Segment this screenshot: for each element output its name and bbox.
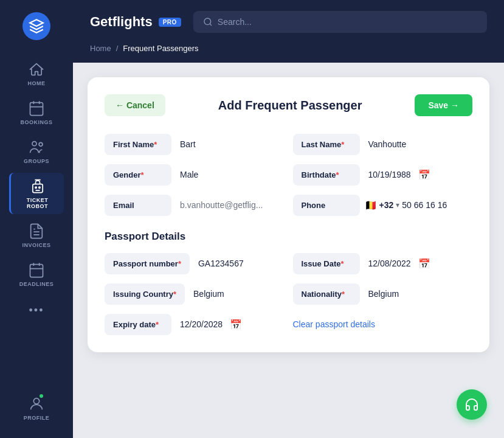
sidebar-item-ticket-robot[interactable]: TICKET ROBOT [9,173,64,214]
issue-date-field: Issue Date* 12/08/2022 📅 [293,252,473,274]
search-input[interactable] [218,17,477,27]
sidebar-label-deadlines: DEADLINES [19,281,54,287]
last-name-label: Last Name* [293,134,360,155]
expiry-date-label: Expiry date* [105,314,171,335]
card-header: ← Cancel Add Frequent Passenger Save → [105,94,472,116]
issuing-country-field: Issuing Country* Belgium [105,283,285,305]
svg-rect-3 [32,184,42,193]
sidebar-label-ticket-robot: TICKET ROBOT [17,197,58,209]
phone-field: Phone 🇧🇪 +32 ▾ 50 66 16 16 [293,194,473,216]
breadcrumb-current: Frequent Passengers [123,44,198,53]
breadcrumb-separator: / [116,44,119,53]
svg-rect-6 [30,265,43,277]
gender-field: Gender* Male [105,164,285,186]
personal-info-grid: First Name* Bart Last Name* Vanhoutte Ge… [105,133,472,216]
search-icon [203,17,213,27]
phone-dropdown-icon[interactable]: ▾ [396,201,399,209]
brand: Getflights PRO [90,14,181,30]
cancel-button[interactable]: ← Cancel [105,94,165,116]
expiry-date-field: Expiry date* 12/20/2028 📅 [105,313,285,335]
content-area: ← Cancel Add Frequent Passenger Save → F… [73,63,504,438]
sidebar-item-bookings[interactable]: BOOKINGS [9,95,64,130]
first-name-label: First Name* [105,134,171,155]
app-title: Getflights [90,14,153,30]
svg-point-5 [38,187,40,188]
clear-passport-link[interactable]: Clear passport details [293,319,375,329]
passport-number-label: Passport number* [105,253,190,274]
phone-value-group: 🇧🇪 +32 ▾ 50 66 16 16 [365,200,447,211]
form-card: ← Cancel Add Frequent Passenger Save → F… [88,77,489,352]
issuing-country-label: Issuing Country* [105,283,185,305]
sidebar-label-profile: PROFILE [24,415,50,421]
last-name-value[interactable]: Vanhoutte [365,133,473,155]
email-label: Email [105,195,171,216]
passport-number-field: Passport number* GA1234567 [105,252,285,274]
issue-date-value-group: 12/08/2022 📅 [365,252,430,274]
issue-date-label: Issue Date* [293,253,360,274]
expiry-date-calendar-icon[interactable]: 📅 [230,319,242,330]
expiry-date-value-group: 12/20/2028 📅 [176,313,242,335]
passport-section-title: Passport Details [105,231,472,243]
passport-grid: Passport number* GA1234567 Issue Date* 1… [105,252,472,335]
birthdate-value-group: 10/19/1988 📅 [365,164,430,186]
svg-point-8 [204,18,211,25]
card-title: Add Frequent Passenger [218,99,362,113]
sidebar-item-invoices[interactable]: INVOICES [9,218,64,253]
sidebar-label-home: HOME [28,80,46,86]
sidebar-item-deadlines[interactable]: DEADLINES [9,257,64,292]
svg-point-7 [33,398,39,404]
first-name-value[interactable]: Bart [176,133,285,155]
sidebar-label-groups: GROUPS [24,158,49,164]
issue-date-value[interactable]: 12/08/2022 [365,252,415,274]
save-button[interactable]: Save → [415,94,472,116]
svg-point-2 [39,142,43,146]
birthdate-calendar-icon[interactable]: 📅 [418,169,430,181]
sidebar-item-groups[interactable]: GROUPS [9,134,64,169]
issue-date-calendar-icon[interactable]: 📅 [418,258,430,269]
support-button[interactable] [457,389,487,420]
first-name-field: First Name* Bart [105,133,285,155]
nationality-value[interactable]: Belgium [365,283,473,305]
headset-icon [464,397,479,412]
expiry-date-value[interactable]: 12/20/2028 [176,313,226,335]
birthdate-field: Birthdate* 10/19/1988 📅 [293,164,473,186]
birthdate-label: Birthdate* [293,164,360,186]
app-logo[interactable] [22,12,50,40]
header: Getflights PRO [73,0,504,44]
sidebar-item-profile[interactable]: PROFILE [18,391,56,426]
sidebar-item-home[interactable]: HOME [9,56,64,91]
svg-point-1 [32,142,36,146]
sidebar-item-more[interactable]: ••• [9,296,64,325]
nationality-label: Nationality* [293,283,360,305]
email-value[interactable]: b.vanhoutte@getflig... [176,194,285,216]
issuing-country-value[interactable]: Belgium [190,283,284,305]
search-bar[interactable] [193,11,487,33]
email-field: Email b.vanhoutte@getflig... [105,194,285,216]
pro-badge: PRO [159,18,181,27]
sidebar-label-bookings: BOOKINGS [20,119,52,125]
sidebar: HOME BOOKINGS GROUPS TICKET ROBOT INVOIC… [0,0,73,438]
clear-passport-field: Clear passport details [293,313,473,335]
phone-label: Phone [293,195,360,216]
last-name-field: Last Name* Vanhoutte [293,133,473,155]
main-area: Getflights PRO Home / Frequent Passenger… [73,0,504,438]
gender-label: Gender* [105,164,171,186]
sidebar-label-invoices: INVOICES [22,242,50,248]
breadcrumb: Home / Frequent Passengers [73,44,504,63]
gender-value[interactable]: Male [176,164,285,186]
phone-code: +32 [379,200,394,210]
nationality-field: Nationality* Belgium [293,283,473,305]
svg-rect-0 [30,103,43,116]
svg-point-4 [35,187,36,188]
breadcrumb-home[interactable]: Home [90,44,111,53]
passport-section: Passport Details Passport number* GA1234… [105,231,472,335]
phone-flag: 🇧🇪 [365,200,377,211]
birthdate-value[interactable]: 10/19/1988 [365,164,415,186]
phone-number[interactable]: 50 66 16 16 [402,200,447,210]
passport-number-value[interactable]: GA1234567 [195,252,285,274]
